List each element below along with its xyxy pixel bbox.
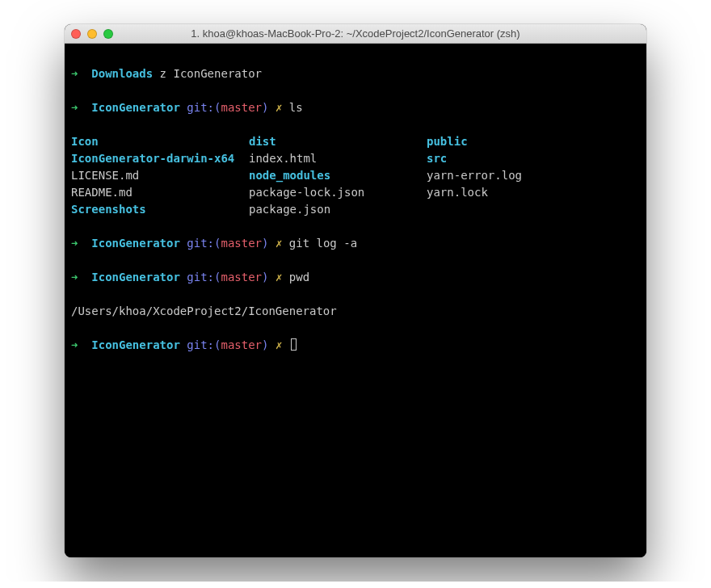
git-label: git: xyxy=(187,101,214,114)
prompt-dir: IconGenerator xyxy=(91,237,180,250)
ls-entry: package.json xyxy=(249,203,330,216)
git-dirty-icon: ✗ xyxy=(276,237,282,250)
ls-column: public src yarn-error.log yarn.lock xyxy=(427,133,522,218)
git-dirty-icon: ✗ xyxy=(276,271,282,284)
prompt-line: ➜ IconGenerator git:(master) ✗ pwd xyxy=(71,269,640,286)
prompt-dir: IconGenerator xyxy=(91,271,180,284)
paren-close: ) xyxy=(262,101,268,114)
prompt-line: ➜ IconGenerator git:(master) ✗ xyxy=(71,337,640,354)
ls-entry: yarn-error.log xyxy=(427,169,522,182)
ls-entry: LICENSE.md xyxy=(71,169,139,182)
git-branch: master xyxy=(221,101,262,114)
git-dirty-icon: ✗ xyxy=(276,101,282,114)
git-label: git: xyxy=(187,237,214,250)
ls-entry: dist xyxy=(249,135,276,148)
prompt-dir: IconGenerator xyxy=(91,338,180,351)
git-branch: master xyxy=(221,338,262,351)
prompt-arrow-icon: ➜ xyxy=(71,338,78,351)
paren-close: ) xyxy=(262,338,268,351)
ls-entry: README.md xyxy=(71,186,133,199)
git-branch: master xyxy=(221,237,262,250)
prompt-arrow-icon: ➜ xyxy=(71,237,78,250)
command-text: ls xyxy=(289,101,303,114)
maximize-icon[interactable] xyxy=(103,29,113,39)
git-label: git: xyxy=(187,271,214,284)
ls-entry: yarn.lock xyxy=(427,186,488,199)
minimize-icon[interactable] xyxy=(87,29,97,39)
terminal-body[interactable]: ➜ Downloads z IconGenerator ➜ IconGenera… xyxy=(65,44,646,557)
git-label: git: xyxy=(187,338,214,351)
git-branch: master xyxy=(221,271,262,284)
pwd-output: /Users/khoa/XcodeProject2/IconGenerator xyxy=(71,303,640,320)
close-icon[interactable] xyxy=(71,29,81,39)
cursor-icon[interactable] xyxy=(291,338,297,351)
prompt-dir: Downloads xyxy=(91,67,153,80)
prompt-arrow-icon: ➜ xyxy=(71,67,78,80)
ls-entry: package-lock.json xyxy=(249,186,364,199)
ls-entry: node_modules xyxy=(249,169,330,182)
ls-entry: IconGenerator-darwin-x64 xyxy=(71,152,234,165)
ls-output: Icon IconGenerator-darwin-x64 LICENSE.md… xyxy=(71,133,640,218)
command-text: git log -a xyxy=(289,237,357,250)
prompt-arrow-icon: ➜ xyxy=(71,271,78,284)
prompt-line: ➜ IconGenerator git:(master) ✗ ls xyxy=(71,99,640,116)
window-controls xyxy=(71,29,113,39)
paren-close: ) xyxy=(262,271,268,284)
ls-column: Icon IconGenerator-darwin-x64 LICENSE.md… xyxy=(71,133,249,218)
command-text: pwd xyxy=(289,271,309,284)
prompt-arrow-icon: ➜ xyxy=(71,101,78,114)
terminal-window: 1. khoa@khoas-MacBook-Pro-2: ~/XcodeProj… xyxy=(65,24,646,557)
ls-column: dist index.html node_modules package-loc… xyxy=(249,133,427,218)
prompt-dir: IconGenerator xyxy=(91,101,180,114)
command-text: z IconGenerator xyxy=(160,67,262,80)
paren-close: ) xyxy=(262,237,268,250)
ls-entry: Icon xyxy=(71,135,99,148)
ls-entry: Screenshots xyxy=(71,203,146,216)
ls-entry: index.html xyxy=(249,152,317,165)
ls-entry: public xyxy=(427,135,468,148)
titlebar: 1. khoa@khoas-MacBook-Pro-2: ~/XcodeProj… xyxy=(65,24,646,44)
prompt-line: ➜ Downloads z IconGenerator xyxy=(71,65,640,82)
window-title: 1. khoa@khoas-MacBook-Pro-2: ~/XcodeProj… xyxy=(65,27,646,40)
ls-entry: src xyxy=(427,152,447,165)
git-dirty-icon: ✗ xyxy=(276,338,282,351)
prompt-line: ➜ IconGenerator git:(master) ✗ git log -… xyxy=(71,235,640,252)
